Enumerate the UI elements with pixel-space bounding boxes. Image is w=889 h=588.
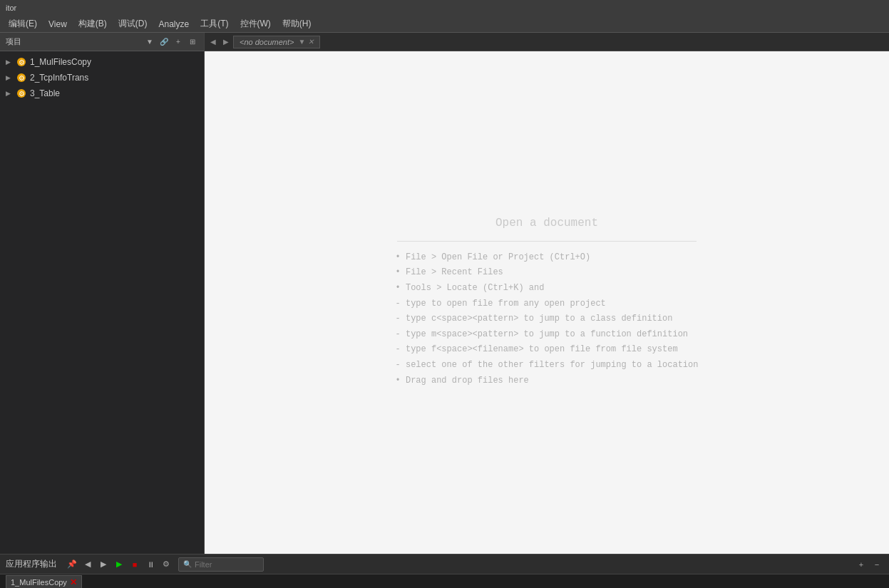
tab-dropdown-icon[interactable]: ▼ [298, 38, 305, 46]
output-tab-close-icon[interactable]: ✕ [70, 577, 77, 587]
hint-line-1: • File > Recent Files [396, 265, 699, 281]
svg-text:⚙: ⚙ [19, 90, 25, 98]
sidebar-item-label-1: 1_MulFilesCopy [30, 57, 91, 67]
svg-text:⚙: ⚙ [19, 58, 25, 66]
split-icon[interactable]: ⊞ [187, 36, 198, 48]
sidebar-item-label-2: 2_TcpInfoTrans [30, 73, 88, 83]
output-title: 应用程序输出 [6, 558, 57, 570]
hint-line-6: - type f<space><filename> to open file f… [396, 342, 699, 358]
editor-tab-bar: ◀ ▶ <no document> ▼ ✕ [205, 33, 889, 51]
main-container: 项目 ▼ 🔗 + ⊞ ▶ ⚙ 1_MulFilesCopy ▶ [0, 33, 889, 554]
hint-line-8: • Drag and drop files here [396, 373, 699, 389]
sidebar-header-icons: ▼ 🔗 + ⊞ [144, 36, 198, 48]
menu-view[interactable]: View [43, 18, 73, 31]
svg-text:⚙: ⚙ [19, 74, 25, 82]
output-zoom-controls: + − [855, 558, 883, 571]
output-tab-label: 1_MulFilesCopy [11, 578, 67, 587]
sidebar-item-mulfilescopy[interactable]: ▶ ⚙ 1_MulFilesCopy [0, 54, 204, 70]
output-filter-input[interactable] [195, 560, 259, 569]
tab-label-text: <no document> [240, 38, 294, 46]
tab-nav-prev[interactable]: ◀ [207, 36, 219, 48]
gear-icon-2: ⚙ [16, 72, 27, 83]
add-icon[interactable]: + [173, 36, 184, 48]
menu-analyze[interactable]: Analyze [153, 18, 195, 31]
hint-line-5: - type m<space><pattern> to jump to a fu… [396, 327, 699, 343]
open-doc-divider [397, 241, 697, 242]
output-tab-row: 1_MulFilesCopy ✕ [0, 574, 889, 588]
output-run-btn[interactable]: ▶ [113, 558, 125, 571]
editor-content: Open a document • File > Open File or Pr… [205, 51, 889, 554]
output-prev-btn[interactable]: ◀ [81, 558, 94, 571]
sidebar: 项目 ▼ 🔗 + ⊞ ▶ ⚙ 1_MulFilesCopy ▶ [0, 33, 205, 554]
gear-icon-1: ⚙ [16, 56, 27, 68]
tab-nav-next[interactable]: ▶ [220, 36, 232, 48]
output-pin-btn[interactable]: 📌 [66, 558, 78, 571]
filter-icon[interactable]: ▼ [144, 36, 155, 48]
hint-line-4: - type c<space><pattern> to jump to a cl… [396, 311, 699, 327]
expand-arrow-2: ▶ [6, 74, 14, 81]
title-bar: itor [0, 0, 889, 16]
expand-arrow-3: ▶ [6, 90, 14, 97]
editor-area: ◀ ▶ <no document> ▼ ✕ Open a document • … [205, 33, 889, 554]
menu-help[interactable]: 帮助(H) [277, 16, 317, 31]
hint-line-7: - select one of the other filters for ju… [396, 358, 699, 373]
hint-line-2: • Tools > Locate (Ctrl+K) and [396, 281, 699, 296]
title-text: itor [6, 4, 16, 12]
output-pause-btn[interactable]: ⏸ [144, 558, 157, 571]
hint-line-3: - type to open file from any open projec… [396, 296, 699, 312]
output-active-tab[interactable]: 1_MulFilesCopy ✕ [6, 575, 82, 589]
expand-arrow-1: ▶ [6, 58, 14, 66]
sidebar-title: 项目 [6, 36, 144, 47]
tab-close-icon[interactable]: ✕ [308, 38, 314, 46]
output-settings-btn[interactable]: ⚙ [160, 558, 173, 571]
sidebar-item-table[interactable]: ▶ ⚙ 3_Table [0, 86, 204, 101]
output-panel: 应用程序输出 📌 ◀ ▶ ▶ ■ ⏸ ⚙ 🔍 + − 1_MulFilesCop… [0, 554, 889, 588]
filter-search-icon: 🔍 [183, 560, 192, 568]
link-icon[interactable]: 🔗 [158, 36, 170, 48]
output-next-btn[interactable]: ▶ [97, 558, 110, 571]
menu-edit[interactable]: 编辑(E) [3, 16, 43, 31]
output-toolbar: 应用程序输出 📌 ◀ ▶ ▶ ■ ⏸ ⚙ 🔍 + − [0, 555, 889, 574]
menu-bar: 编辑(E) View 构建(B) 调试(D) Analyze 工具(T) 控件(… [0, 16, 889, 33]
output-stop-btn[interactable]: ■ [128, 558, 141, 571]
menu-controls[interactable]: 控件(W) [235, 16, 277, 31]
sidebar-item-label-3: 3_Table [30, 88, 60, 98]
open-doc-hints: • File > Open File or Project (Ctrl+O) •… [396, 250, 699, 388]
sidebar-header: 项目 ▼ 🔗 + ⊞ [0, 33, 204, 51]
output-zoom-out-btn[interactable]: − [870, 558, 883, 571]
sidebar-item-tcpinfotrans[interactable]: ▶ ⚙ 2_TcpInfoTrans [0, 70, 204, 86]
output-zoom-in-btn[interactable]: + [855, 558, 868, 571]
menu-debug[interactable]: 调试(D) [113, 16, 153, 31]
menu-build[interactable]: 构建(B) [73, 16, 113, 31]
gear-icon-3: ⚙ [16, 88, 27, 99]
hint-line-0: • File > Open File or Project (Ctrl+O) [396, 250, 699, 266]
menu-tools[interactable]: 工具(T) [195, 16, 234, 31]
open-doc-title: Open a document [495, 217, 598, 229]
editor-tab[interactable]: <no document> ▼ ✕ [233, 36, 320, 48]
sidebar-tree: ▶ ⚙ 1_MulFilesCopy ▶ ⚙ 2_TcpInfo [0, 51, 204, 554]
output-filter-box[interactable]: 🔍 [178, 557, 264, 572]
